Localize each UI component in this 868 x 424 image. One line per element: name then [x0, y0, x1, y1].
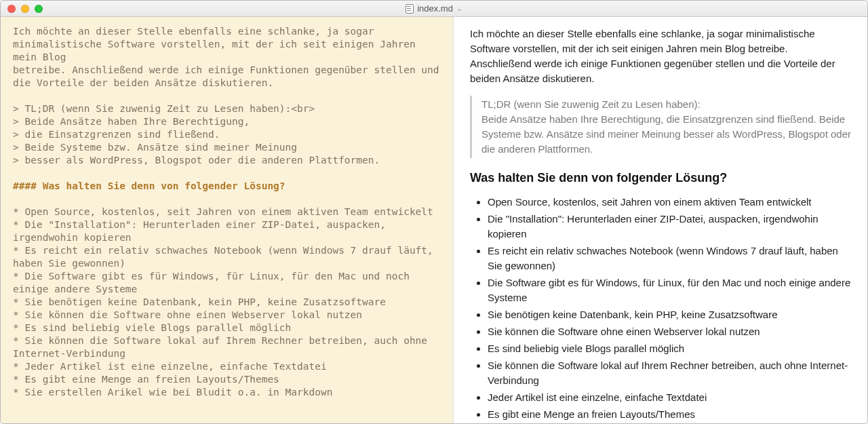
list-item: Open Source, kostenlos, seit Jahren von …	[488, 195, 851, 210]
list-item: Es gibt eine Menge an freien Layouts/The…	[488, 407, 851, 422]
editor-window: index.md ⌄ Ich möchte an dieser Stelle e…	[0, 0, 868, 424]
close-icon[interactable]	[7, 5, 16, 13]
zoom-icon[interactable]	[35, 5, 43, 13]
source-intro: Ich möchte an dieser Stelle ebenfalls ei…	[13, 26, 445, 88]
title-wrap: index.md ⌄	[1, 3, 867, 14]
source-list: * Open Source, kostenlos, seit Jahren vo…	[13, 206, 439, 398]
split-content: Ich möchte an dieser Stelle ebenfalls ei…	[1, 17, 867, 423]
preview-body: Ich möchte an dieser Stelle ebenfalls ei…	[470, 26, 851, 423]
preview-heading: Was halten Sie denn von folgender Lösung…	[470, 170, 851, 185]
preview-blockquote: TL;DR (wenn Sie zuwenig Zeit zu Lesen ha…	[470, 96, 851, 158]
tldr-body: Beide Ansätze haben Ihre Berechtigung, d…	[481, 112, 851, 157]
document-icon	[406, 4, 414, 14]
preview-pane[interactable]: Ich möchte an dieser Stelle ebenfalls ei…	[454, 17, 867, 423]
source-quote: > TL;DR (wenn Sie zuwenig Zeit zu Lesen …	[13, 103, 380, 166]
list-item: Jeder Artikel ist eine einzelne, einfach…	[488, 390, 851, 405]
list-item: Es reicht ein relativ schwaches Notebook…	[488, 244, 851, 273]
preview-list: Open Source, kostenlos, seit Jahren von …	[470, 195, 851, 423]
list-item: Die Software gibt es für Windows, für Li…	[488, 275, 851, 305]
list-item: Sie benötigen keine Datenbank, kein PHP,…	[488, 307, 851, 322]
chevron-down-icon[interactable]: ⌄	[456, 4, 462, 13]
source-pane[interactable]: Ich möchte an dieser Stelle ebenfalls ei…	[1, 17, 454, 423]
minimize-icon[interactable]	[21, 5, 29, 13]
source-text[interactable]: Ich möchte an dieser Stelle ebenfalls ei…	[13, 25, 441, 399]
window-controls	[7, 5, 43, 13]
list-item: Sie können die Software ohne einen Webse…	[488, 324, 851, 339]
titlebar[interactable]: index.md ⌄	[1, 1, 867, 17]
tldr-label: TL;DR (wenn Sie zuwenig Zeit zu Lesen ha…	[481, 97, 851, 112]
list-item: Es sind beliebig viele Blogs parallel mö…	[488, 341, 851, 356]
preview-intro: Ich möchte an dieser Stelle ebenfalls ei…	[470, 26, 851, 86]
source-heading: #### Was halten Sie denn von folgender L…	[13, 180, 285, 191]
window-title: index.md	[417, 3, 453, 14]
list-item: Die "Installation": Herunterladen einer …	[488, 212, 851, 242]
list-item: Sie können die Software lokal auf Ihrem …	[488, 358, 851, 388]
